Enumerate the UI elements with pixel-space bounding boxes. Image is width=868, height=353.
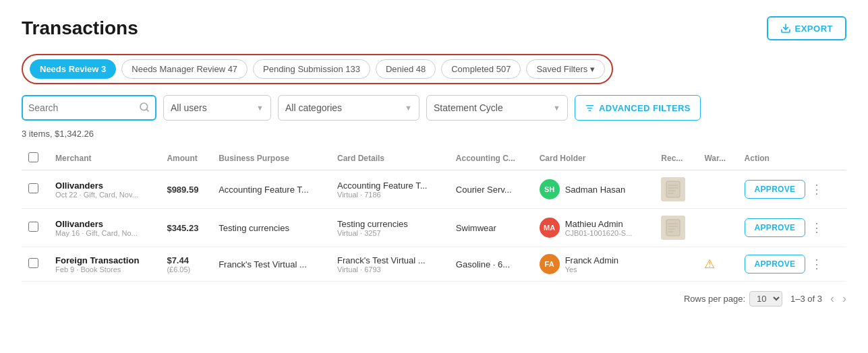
search-wrapper <box>22 95 156 121</box>
table-header: MerchantAmountBusiness PurposeCard Detai… <box>22 147 846 170</box>
cardholder-sub: Yes <box>565 265 618 274</box>
accounting-category: Gasoline · 6... <box>449 247 533 282</box>
action-cell: APPROVE ⋮ <box>745 180 840 199</box>
cardholder-cell: SH Sadman Hasan <box>540 179 648 199</box>
col-header-1: Merchant <box>49 147 160 170</box>
cardholder-cell: FA Franck Admin Yes <box>540 254 648 274</box>
merchant-name: Ollivanders <box>55 219 153 229</box>
more-options-button[interactable]: ⋮ <box>808 182 826 197</box>
all-categories-dropdown[interactable]: All categories ▼ <box>278 95 419 121</box>
business-purpose: Testing currencies <box>212 209 330 247</box>
rows-per-page-label: Rows per page: <box>684 294 745 304</box>
action-cell: APPROVE ⋮ <box>745 255 840 274</box>
card-line2: Virtual · 7186 <box>337 191 442 199</box>
filter-bar: All users ▼ All categories ▼ Statement C… <box>22 95 846 121</box>
filter-tab-saved-filters[interactable]: Saved Filters ▾ <box>526 59 604 79</box>
avatar: SH <box>540 179 560 199</box>
table-row: Foreign TransactionFeb 9 · Book Stores$7… <box>22 247 846 282</box>
all-users-dropdown[interactable]: All users ▼ <box>163 95 271 121</box>
filter-icon <box>585 103 595 113</box>
col-header-6: Card Holder <box>533 147 655 170</box>
merchant-sub: Oct 22 · Gift, Card, Nov... <box>55 191 153 199</box>
merchant-sub: May 16 · Gift, Card, No... <box>55 229 153 237</box>
search-icon <box>139 102 150 115</box>
amount-sub: (£6.05) <box>167 265 205 274</box>
svg-line-2 <box>146 109 148 111</box>
cardholder-cell: MA Mathieu Admin CJB01-1001620-S... <box>540 218 648 238</box>
amount: $345.23 <box>167 223 205 233</box>
col-header-7: Rec... <box>654 147 697 170</box>
merchant-sub: Feb 9 · Book Stores <box>55 265 153 274</box>
receipt-thumbnail[interactable] <box>661 216 685 240</box>
page-title: Transactions <box>22 18 138 39</box>
avatar: FA <box>540 254 560 274</box>
pagination: Rows per page: 10 25 50 1–3 of 3 ‹ › <box>22 291 846 307</box>
page-header: Transactions EXPORT <box>22 16 846 40</box>
cardholder-name: Sadman Hasan <box>565 185 626 195</box>
card-line2: Virtual · 3257 <box>337 229 442 237</box>
amount: $7.44 <box>167 255 205 265</box>
business-purpose: Accounting Feature T... <box>212 170 330 209</box>
cardholder-name: Franck Admin <box>565 255 618 265</box>
card-line1: Testing currencies <box>337 219 442 229</box>
results-summary: 3 items, $1,342.26 <box>22 129 846 139</box>
export-button[interactable]: EXPORT <box>767 16 846 40</box>
svg-rect-11 <box>666 220 680 236</box>
svg-rect-6 <box>666 181 680 197</box>
col-header-2: Amount <box>160 147 212 170</box>
chevron-down-icon: ▼ <box>405 104 412 112</box>
filter-tab-completed[interactable]: Completed 507 <box>441 59 521 79</box>
filter-tab-pending-submission[interactable]: Pending Submission 133 <box>253 59 370 79</box>
filter-tab-denied[interactable]: Denied 48 <box>376 59 436 79</box>
table-row: OllivandersOct 22 · Gift, Card, Nov...$9… <box>22 170 846 209</box>
action-cell: APPROVE ⋮ <box>745 218 840 237</box>
row-checkbox-1[interactable] <box>28 222 38 232</box>
prev-page-button[interactable]: ‹ <box>830 292 834 306</box>
col-header-0 <box>22 147 49 170</box>
receipt-icon <box>666 219 681 236</box>
row-checkbox-2[interactable] <box>28 258 38 268</box>
search-input[interactable] <box>28 102 139 113</box>
card-line1: Accounting Feature T... <box>337 181 442 191</box>
row-checkbox-0[interactable] <box>28 183 38 193</box>
amount: $989.59 <box>167 185 205 195</box>
accounting-category: Courier Serv... <box>449 170 533 209</box>
statement-cycle-dropdown[interactable]: Statement Cycle ▼ <box>426 95 568 121</box>
more-options-button[interactable]: ⋮ <box>808 220 826 235</box>
table-row: OllivandersMay 16 · Gift, Card, No...$34… <box>22 209 846 247</box>
approve-button[interactable]: APPROVE <box>745 255 806 274</box>
advanced-filters-button[interactable]: ADVANCED FILTERS <box>575 95 701 121</box>
approve-button[interactable]: APPROVE <box>745 180 806 199</box>
accounting-category: Swimwear <box>449 209 533 247</box>
chevron-down-icon: ▼ <box>553 104 560 112</box>
receipt-icon <box>666 181 681 198</box>
receipt-thumbnail[interactable] <box>661 177 685 201</box>
transactions-table: MerchantAmountBusiness PurposeCard Detai… <box>22 147 846 282</box>
col-header-8: War... <box>697 147 737 170</box>
filter-tabs-container: Needs Review 3Needs Manager Review 47Pen… <box>22 54 613 84</box>
export-icon <box>780 23 791 34</box>
card-line1: Franck's Test Virtual ... <box>337 255 442 265</box>
col-header-9: Action <box>738 147 846 170</box>
rows-per-page-control: Rows per page: 10 25 50 <box>684 291 782 307</box>
page-range: 1–3 of 3 <box>790 294 822 304</box>
cardholder-sub: CJB01-1001620-S... <box>565 229 633 237</box>
cardholder-name: Mathieu Admin <box>565 219 633 229</box>
business-purpose: Franck's Test Virtual ... <box>212 247 330 282</box>
filter-tab-needs-manager-review[interactable]: Needs Manager Review 47 <box>121 59 248 79</box>
merchant-name: Foreign Transaction <box>55 255 153 265</box>
avatar: MA <box>540 218 560 238</box>
col-header-5: Accounting C... <box>449 147 533 170</box>
warning-icon: ⚠ <box>704 257 715 271</box>
merchant-name: Ollivanders <box>55 181 153 191</box>
col-header-3: Business Purpose <box>212 147 330 170</box>
approve-button[interactable]: APPROVE <box>745 218 806 237</box>
next-page-button[interactable]: › <box>842 292 846 306</box>
col-header-4: Card Details <box>330 147 449 170</box>
filter-tab-needs-review[interactable]: Needs Review 3 <box>30 59 116 79</box>
chevron-down-icon: ▼ <box>256 104 264 112</box>
rows-per-page-select[interactable]: 10 25 50 <box>749 291 782 307</box>
card-line2: Virtual · 6793 <box>337 265 442 274</box>
select-all-checkbox[interactable] <box>28 152 38 162</box>
more-options-button[interactable]: ⋮ <box>808 257 826 271</box>
